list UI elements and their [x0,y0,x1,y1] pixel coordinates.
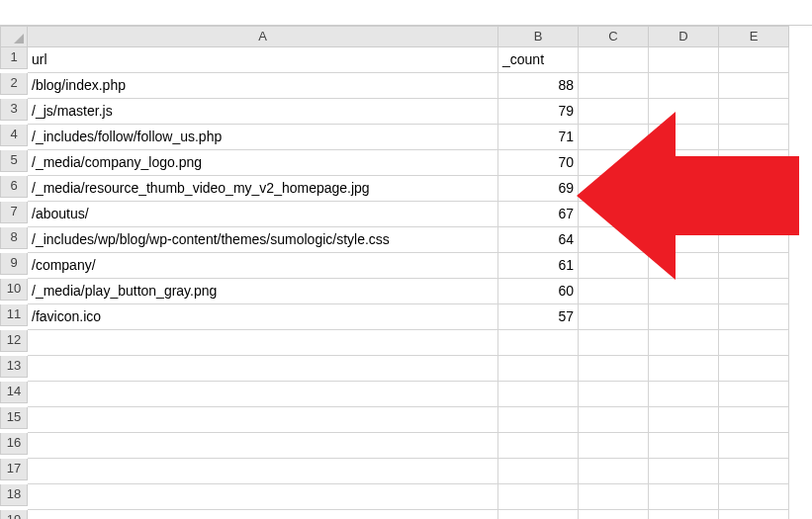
cell-A18[interactable] [28,484,498,510]
row-header-6[interactable]: 6 [0,176,28,198]
cell-C12[interactable] [579,330,649,356]
cell-C10[interactable] [579,279,649,304]
cell-B2[interactable]: 88 [498,73,579,99]
cell-C14[interactable] [579,382,649,407]
row-header-9[interactable]: 9 [0,253,28,275]
column-header-D[interactable]: D [649,26,719,47]
cell-D15[interactable] [649,407,719,433]
row-header-1[interactable]: 1 [0,47,28,69]
cell-B1[interactable]: _count [498,47,579,73]
cell-C9[interactable] [579,253,649,279]
cell-C3[interactable] [579,99,649,125]
cell-E13[interactable] [719,356,789,382]
cell-D10[interactable] [649,279,719,304]
cell-E7[interactable] [719,202,789,227]
cell-D3[interactable] [649,99,719,125]
row-header-10[interactable]: 10 [0,279,28,301]
cell-E2[interactable] [719,73,789,99]
spreadsheet-grid[interactable]: ABCDE1url_count2/blog/index.php883/_js/m… [0,26,812,519]
cell-E17[interactable] [719,459,789,484]
cell-B7[interactable]: 67 [498,202,579,227]
cell-E19[interactable] [719,510,789,519]
row-header-7[interactable]: 7 [0,202,28,223]
cell-D13[interactable] [649,356,719,382]
cell-C8[interactable] [579,227,649,253]
cell-B6[interactable]: 69 [498,176,579,202]
cell-C18[interactable] [579,484,649,510]
column-header-A[interactable]: A [28,26,498,47]
cell-A14[interactable] [28,382,498,407]
cell-E15[interactable] [719,407,789,433]
cell-D9[interactable] [649,253,719,279]
column-header-E[interactable]: E [719,26,789,47]
row-header-4[interactable]: 4 [0,125,28,146]
cell-E10[interactable] [719,279,789,304]
cell-C2[interactable] [579,73,649,99]
row-header-11[interactable]: 11 [0,304,28,326]
cell-E4[interactable] [719,125,789,150]
cell-A17[interactable] [28,459,498,484]
formula-bar[interactable] [0,0,812,26]
cell-B13[interactable] [498,356,579,382]
cell-B11[interactable]: 57 [498,304,579,330]
cell-C13[interactable] [579,356,649,382]
cell-B19[interactable] [498,510,579,519]
cell-D8[interactable] [649,227,719,253]
cell-B3[interactable]: 79 [498,99,579,125]
cell-C15[interactable] [579,407,649,433]
cell-C17[interactable] [579,459,649,484]
cell-B16[interactable] [498,433,579,459]
cell-E5[interactable] [719,150,789,176]
cell-A5[interactable]: /_media/company_logo.png [28,150,498,176]
cell-B15[interactable] [498,407,579,433]
row-header-2[interactable]: 2 [0,73,28,95]
cell-A4[interactable]: /_includes/follow/follow_us.php [28,125,498,150]
cell-C7[interactable] [579,202,649,227]
cell-C19[interactable] [579,510,649,519]
cell-B17[interactable] [498,459,579,484]
cell-B5[interactable]: 70 [498,150,579,176]
cell-E11[interactable] [719,304,789,330]
cell-A9[interactable]: /company/ [28,253,498,279]
cell-A19[interactable] [28,510,498,519]
cell-C5[interactable] [579,150,649,176]
cell-A6[interactable]: /_media/resource_thumb_video_my_v2_homep… [28,176,498,202]
cell-D12[interactable] [649,330,719,356]
cell-A7[interactable]: /aboutus/ [28,202,498,227]
cell-D16[interactable] [649,433,719,459]
cell-D6[interactable] [649,176,719,202]
row-header-18[interactable]: 18 [0,484,28,506]
cell-D17[interactable] [649,459,719,484]
cell-C6[interactable] [579,176,649,202]
cell-A11[interactable]: /favicon.ico [28,304,498,330]
cell-B9[interactable]: 61 [498,253,579,279]
select-all-corner[interactable] [0,26,28,47]
cell-E6[interactable] [719,176,789,202]
cell-D5[interactable] [649,150,719,176]
cell-A15[interactable] [28,407,498,433]
row-header-13[interactable]: 13 [0,356,28,378]
cell-C16[interactable] [579,433,649,459]
cell-A2[interactable]: /blog/index.php [28,73,498,99]
row-header-17[interactable]: 17 [0,459,28,480]
cell-C11[interactable] [579,304,649,330]
cell-A1[interactable]: url [28,47,498,73]
cell-E8[interactable] [719,227,789,253]
row-header-3[interactable]: 3 [0,99,28,121]
cell-A12[interactable] [28,330,498,356]
row-header-14[interactable]: 14 [0,382,28,403]
cell-A8[interactable]: /_includes/wp/blog/wp-content/themes/sum… [28,227,498,253]
cell-E14[interactable] [719,382,789,407]
cell-D18[interactable] [649,484,719,510]
cell-E9[interactable] [719,253,789,279]
cell-A10[interactable]: /_media/play_button_gray.png [28,279,498,304]
cell-B4[interactable]: 71 [498,125,579,150]
cell-B18[interactable] [498,484,579,510]
cell-E3[interactable] [719,99,789,125]
cell-C1[interactable] [579,47,649,73]
cell-E18[interactable] [719,484,789,510]
cell-E16[interactable] [719,433,789,459]
cell-B8[interactable]: 64 [498,227,579,253]
cell-D19[interactable] [649,510,719,519]
row-header-12[interactable]: 12 [0,330,28,352]
